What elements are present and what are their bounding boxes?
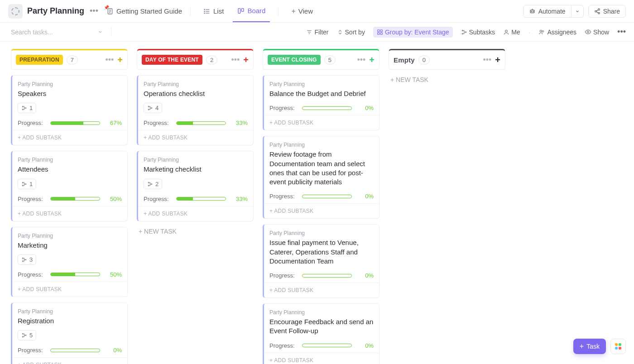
task-card[interactable]: Party Planning Encourage Feedback and se… <box>263 303 379 364</box>
column-add-icon[interactable]: + <box>495 55 500 65</box>
svg-point-50 <box>148 109 149 110</box>
task-card[interactable]: Party Planning Marketing 3 Progress: 50%… <box>11 227 128 297</box>
task-card[interactable]: Party Planning Operations checklist 4 Pr… <box>137 75 254 145</box>
task-card[interactable]: Party Planning Marketing checklist 2 Pro… <box>137 151 254 221</box>
column-add-icon[interactable]: + <box>117 55 123 65</box>
task-card[interactable]: Party Planning Issue final payment to Ve… <box>263 224 379 298</box>
column-menu-icon[interactable]: ••• <box>483 55 491 65</box>
column-count: 0 <box>418 56 430 64</box>
toolbar-more-icon[interactable]: ••• <box>617 27 626 37</box>
card-folder: Party Planning <box>269 142 374 148</box>
column-label: Empty <box>394 56 415 64</box>
group-icon <box>377 29 383 35</box>
eye-icon <box>585 29 591 35</box>
svg-point-9 <box>204 13 205 13</box>
column-menu-icon[interactable]: ••• <box>231 55 240 65</box>
doc-icon: 📌 <box>106 8 114 15</box>
me-button[interactable]: Me <box>503 29 520 36</box>
subtask-count-chip[interactable]: 4 <box>144 103 162 113</box>
progress-bar <box>302 344 352 347</box>
svg-point-42 <box>25 183 26 184</box>
subtasks-icon <box>21 181 27 187</box>
task-card[interactable]: Party Planning Speakers 1 Progress: 67% … <box>11 75 128 145</box>
svg-point-17 <box>595 10 596 12</box>
column-header: DAY OF THE EVENT 2 ••• + <box>137 49 254 70</box>
title-menu-icon[interactable]: ••• <box>90 6 98 16</box>
task-card[interactable]: Party Planning Attendees 1 Progress: 50%… <box>11 151 128 221</box>
add-subtask-button[interactable]: + ADD SUBTASK <box>12 282 127 297</box>
card-folder: Party Planning <box>18 81 122 87</box>
progress-bar <box>302 106 352 110</box>
card-title: Operations checklist <box>144 89 248 98</box>
progress-label: Progress: <box>269 193 296 200</box>
svg-point-51 <box>151 108 152 109</box>
sort-button[interactable]: Sort by <box>337 29 365 36</box>
subtask-count-chip[interactable]: 1 <box>18 103 36 113</box>
subtask-count-chip[interactable]: 1 <box>18 179 36 189</box>
card-title: Encourage Feedback and send an Event Fol… <box>269 317 374 336</box>
automate-dropdown[interactable] <box>572 5 584 18</box>
column-label: DAY OF THE EVENT <box>142 55 202 65</box>
svg-point-33 <box>505 30 508 32</box>
groupby-button[interactable]: Group by: Event Stage <box>373 27 453 38</box>
automate-label: Automate <box>538 8 566 15</box>
doc-getting-started[interactable]: 📌 Getting Started Guide <box>106 7 182 15</box>
card-title: Registration <box>18 316 122 326</box>
tab-list-label: List <box>213 7 224 15</box>
automate-button[interactable]: Automate <box>523 5 572 18</box>
add-subtask-button[interactable]: + ADD SUBTASK <box>12 130 127 145</box>
share-button[interactable]: Share <box>588 5 626 18</box>
show-button[interactable]: Show <box>585 29 609 36</box>
add-view[interactable]: + View <box>287 0 317 22</box>
column-add-icon[interactable]: + <box>243 55 249 65</box>
subtask-count: 3 <box>29 256 33 263</box>
search-input[interactable] <box>11 29 90 36</box>
add-subtask-button[interactable]: + ADD SUBTASK <box>138 206 253 221</box>
column-menu-icon[interactable]: ••• <box>357 55 365 65</box>
svg-point-37 <box>22 106 23 107</box>
board-column: DAY OF THE EVENT 2 ••• + Party Planning … <box>137 49 254 235</box>
tab-board[interactable]: Board <box>233 0 270 22</box>
apps-launcher[interactable] <box>610 339 626 354</box>
svg-point-31 <box>462 33 463 34</box>
add-subtask-button[interactable]: + ADD SUBTASK <box>264 283 379 297</box>
subtasks-button[interactable]: Subtasks <box>461 29 495 36</box>
column-add-icon[interactable]: + <box>369 55 375 65</box>
groupby-label: Group by: Event Stage <box>385 29 449 36</box>
column-menu-icon[interactable]: ••• <box>105 55 114 65</box>
column-count: 5 <box>324 56 336 64</box>
svg-rect-11 <box>242 8 244 11</box>
card-folder: Party Planning <box>269 309 374 316</box>
column-count: 2 <box>206 56 217 64</box>
new-task-fab[interactable]: + Task <box>573 339 606 354</box>
card-folder: Party Planning <box>269 230 374 236</box>
subtask-count-chip[interactable]: 2 <box>144 179 162 189</box>
search-dropdown-icon[interactable] <box>98 29 103 34</box>
filter-button[interactable]: Filter <box>306 29 328 36</box>
subtask-count-chip[interactable]: 3 <box>18 254 36 265</box>
task-card[interactable]: Party Planning Registration 5 Progress: … <box>11 302 128 364</box>
page-title: Party Planning <box>27 6 84 16</box>
task-card[interactable]: Party Planning Review footage from Docum… <box>263 136 379 219</box>
progress-bar <box>50 349 100 352</box>
subtask-count-chip[interactable]: 5 <box>18 330 36 340</box>
add-subtask-button[interactable]: + ADD SUBTASK <box>264 203 379 218</box>
new-task-button[interactable]: + NEW TASK <box>137 228 254 235</box>
subtasks-label: Subtasks <box>469 29 495 36</box>
svg-rect-10 <box>238 8 240 13</box>
add-subtask-button[interactable]: + ADD SUBTASK <box>12 357 127 364</box>
progress-percent: 0% <box>358 342 374 349</box>
me-label: Me <box>511 29 520 36</box>
new-task-button[interactable]: + NEW TASK <box>389 76 505 83</box>
card-folder: Party Planning <box>269 81 374 87</box>
add-subtask-button[interactable]: + ADD SUBTASK <box>138 130 253 145</box>
add-subtask-button[interactable]: + ADD SUBTASK <box>264 353 379 364</box>
assignees-button[interactable]: Assignees <box>538 29 576 36</box>
tab-list[interactable]: List <box>199 0 228 22</box>
add-subtask-button[interactable]: + ADD SUBTASK <box>12 206 127 221</box>
task-card[interactable]: Party Planning Balance the Budget and De… <box>263 75 379 130</box>
search-box[interactable] <box>8 29 90 36</box>
svg-point-47 <box>22 336 23 337</box>
add-subtask-button[interactable]: + ADD SUBTASK <box>264 115 379 130</box>
space-avatar[interactable] <box>8 4 23 19</box>
